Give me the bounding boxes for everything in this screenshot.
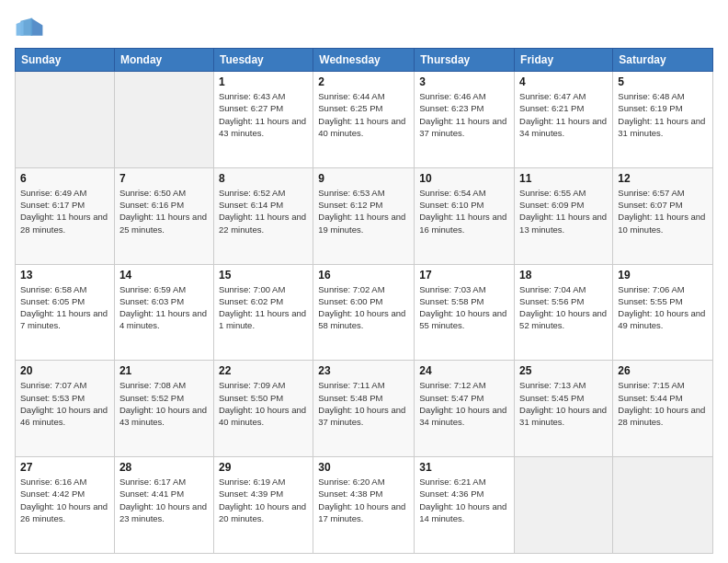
day-info: Sunrise: 7:13 AMSunset: 5:45 PMDaylight:… [519,379,608,428]
calendar-cell: 28Sunrise: 6:17 AMSunset: 4:41 PMDayligh… [114,457,213,554]
page: Sunday Monday Tuesday Wednesday Thursday… [0,0,728,563]
day-number: 26 [618,364,708,377]
calendar-cell: 2Sunrise: 6:44 AMSunset: 6:25 PMDaylight… [313,72,415,168]
calendar-cell: 7Sunrise: 6:50 AMSunset: 6:16 PMDaylight… [114,167,213,264]
col-tuesday: Tuesday [213,49,313,72]
calendar-cell [16,72,115,168]
calendar-cell: 9Sunrise: 6:53 AMSunset: 6:12 PMDaylight… [313,167,415,264]
day-number: 20 [20,364,109,377]
calendar-cell: 14Sunrise: 6:59 AMSunset: 6:03 PMDayligh… [114,264,213,361]
calendar-cell: 8Sunrise: 6:52 AMSunset: 6:14 PMDaylight… [213,167,313,264]
day-info: Sunrise: 6:58 AMSunset: 6:05 PMDaylight:… [20,283,109,332]
day-info: Sunrise: 6:16 AMSunset: 4:42 PMDaylight:… [20,476,109,524]
day-number: 17 [419,269,509,282]
calendar-week-2: 6Sunrise: 6:49 AMSunset: 6:17 PMDaylight… [16,167,713,264]
col-friday: Friday [515,49,613,72]
day-info: Sunrise: 6:47 AMSunset: 6:21 PMDaylight:… [519,90,608,139]
header [15,15,713,40]
day-info: Sunrise: 6:59 AMSunset: 6:03 PMDaylight:… [119,283,209,332]
calendar-cell: 18Sunrise: 7:04 AMSunset: 5:56 PMDayligh… [515,264,613,361]
calendar-week-1: 1Sunrise: 6:43 AMSunset: 6:27 PMDaylight… [16,72,713,168]
day-number: 21 [119,364,209,377]
day-info: Sunrise: 6:54 AMSunset: 6:10 PMDaylight:… [419,187,509,236]
col-saturday: Saturday [613,49,713,72]
calendar-cell: 20Sunrise: 7:07 AMSunset: 5:53 PMDayligh… [16,361,115,457]
day-number: 6 [20,172,109,185]
day-info: Sunrise: 6:20 AMSunset: 4:38 PMDaylight:… [318,476,409,524]
calendar-cell [515,457,613,554]
calendar-cell [114,72,213,168]
day-info: Sunrise: 6:17 AMSunset: 4:41 PMDaylight:… [119,476,209,524]
calendar-cell: 15Sunrise: 7:00 AMSunset: 6:02 PMDayligh… [213,264,313,361]
day-number: 23 [318,364,409,377]
day-number: 4 [519,75,608,88]
day-number: 16 [318,269,409,282]
col-sunday: Sunday [16,49,115,72]
calendar-cell: 19Sunrise: 7:06 AMSunset: 5:55 PMDayligh… [613,264,713,361]
day-number: 19 [618,269,708,282]
day-number: 12 [618,172,708,185]
day-info: Sunrise: 6:49 AMSunset: 6:17 PMDaylight:… [20,187,109,236]
day-number: 29 [219,461,308,474]
day-number: 11 [519,172,608,185]
day-number: 25 [519,364,608,377]
col-thursday: Thursday [415,49,515,72]
day-number: 1 [219,75,308,88]
calendar-cell: 1Sunrise: 6:43 AMSunset: 6:27 PMDaylight… [213,72,313,168]
day-info: Sunrise: 6:43 AMSunset: 6:27 PMDaylight:… [219,90,308,139]
calendar-cell: 5Sunrise: 6:48 AMSunset: 6:19 PMDaylight… [613,72,713,168]
calendar-cell: 25Sunrise: 7:13 AMSunset: 5:45 PMDayligh… [515,361,613,457]
day-info: Sunrise: 7:00 AMSunset: 6:02 PMDaylight:… [219,283,308,332]
day-number: 24 [419,364,509,377]
day-info: Sunrise: 7:04 AMSunset: 5:56 PMDaylight:… [519,283,608,332]
calendar-cell: 3Sunrise: 6:46 AMSunset: 6:23 PMDaylight… [415,72,515,168]
calendar-cell: 4Sunrise: 6:47 AMSunset: 6:21 PMDaylight… [515,72,613,168]
calendar-cell: 27Sunrise: 6:16 AMSunset: 4:42 PMDayligh… [16,457,115,554]
calendar-week-5: 27Sunrise: 6:16 AMSunset: 4:42 PMDayligh… [16,457,713,554]
calendar-cell: 12Sunrise: 6:57 AMSunset: 6:07 PMDayligh… [613,167,713,264]
day-number: 3 [419,75,509,88]
day-info: Sunrise: 7:08 AMSunset: 5:52 PMDaylight:… [119,379,209,428]
day-info: Sunrise: 7:02 AMSunset: 6:00 PMDaylight:… [318,283,409,332]
day-info: Sunrise: 7:07 AMSunset: 5:53 PMDaylight:… [20,379,109,428]
day-info: Sunrise: 6:19 AMSunset: 4:39 PMDaylight:… [219,476,308,524]
day-info: Sunrise: 6:53 AMSunset: 6:12 PMDaylight:… [318,187,409,236]
calendar-cell: 16Sunrise: 7:02 AMSunset: 6:00 PMDayligh… [313,264,415,361]
day-number: 22 [219,364,308,377]
calendar-cell: 23Sunrise: 7:11 AMSunset: 5:48 PMDayligh… [313,361,415,457]
day-info: Sunrise: 7:11 AMSunset: 5:48 PMDaylight:… [318,379,409,428]
day-number: 5 [618,75,708,88]
day-number: 15 [219,269,308,282]
day-number: 13 [20,269,109,282]
day-number: 2 [318,75,409,88]
calendar-cell: 29Sunrise: 6:19 AMSunset: 4:39 PMDayligh… [213,457,313,554]
calendar: Sunday Monday Tuesday Wednesday Thursday… [15,48,713,554]
calendar-cell: 24Sunrise: 7:12 AMSunset: 5:47 PMDayligh… [415,361,515,457]
calendar-cell: 30Sunrise: 6:20 AMSunset: 4:38 PMDayligh… [313,457,415,554]
day-info: Sunrise: 7:03 AMSunset: 5:58 PMDaylight:… [419,283,509,332]
calendar-cell: 17Sunrise: 7:03 AMSunset: 5:58 PMDayligh… [415,264,515,361]
day-info: Sunrise: 6:55 AMSunset: 6:09 PMDaylight:… [519,187,608,236]
logo [15,15,48,40]
day-number: 9 [318,172,409,185]
calendar-cell: 21Sunrise: 7:08 AMSunset: 5:52 PMDayligh… [114,361,213,457]
calendar-cell: 22Sunrise: 7:09 AMSunset: 5:50 PMDayligh… [213,361,313,457]
day-number: 10 [419,172,509,185]
calendar-cell: 26Sunrise: 7:15 AMSunset: 5:44 PMDayligh… [613,361,713,457]
day-number: 18 [519,269,608,282]
day-info: Sunrise: 6:21 AMSunset: 4:36 PMDaylight:… [419,476,509,524]
day-info: Sunrise: 7:12 AMSunset: 5:47 PMDaylight:… [419,379,509,428]
day-info: Sunrise: 6:57 AMSunset: 6:07 PMDaylight:… [618,187,708,236]
day-info: Sunrise: 6:44 AMSunset: 6:25 PMDaylight:… [318,90,409,139]
day-number: 8 [219,172,308,185]
day-info: Sunrise: 6:48 AMSunset: 6:19 PMDaylight:… [618,90,708,139]
day-info: Sunrise: 7:09 AMSunset: 5:50 PMDaylight:… [219,379,308,428]
day-info: Sunrise: 6:52 AMSunset: 6:14 PMDaylight:… [219,187,308,236]
day-number: 7 [119,172,209,185]
day-number: 31 [419,461,509,474]
calendar-cell: 31Sunrise: 6:21 AMSunset: 4:36 PMDayligh… [415,457,515,554]
logo-icon [15,15,44,40]
col-wednesday: Wednesday [313,49,415,72]
calendar-cell: 6Sunrise: 6:49 AMSunset: 6:17 PMDaylight… [16,167,115,264]
day-info: Sunrise: 6:50 AMSunset: 6:16 PMDaylight:… [119,187,209,236]
